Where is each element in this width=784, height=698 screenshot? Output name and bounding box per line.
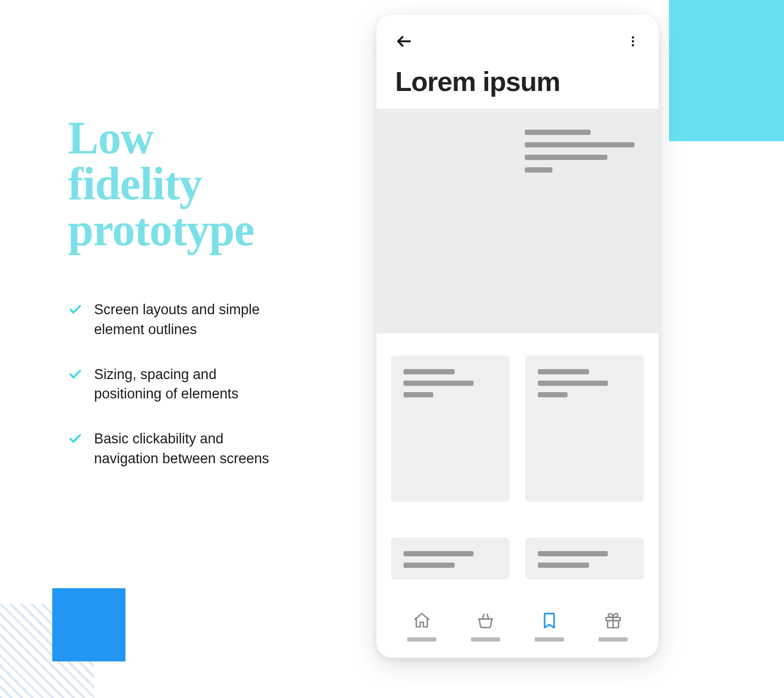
basket-icon [476,611,495,630]
nav-label-placeholder [407,637,436,642]
bullet-list: Screen layouts and simple element outlin… [68,300,319,469]
hero-placeholder [376,109,659,334]
decor-cyan-square [669,0,784,141]
home-icon [412,611,431,630]
nav-label-placeholder [471,637,500,642]
description-panel: Low fidelity prototype Screen layouts an… [68,115,319,494]
card-grid [376,334,659,599]
placeholder-line [525,155,607,160]
nav-item-basket[interactable] [465,611,506,642]
card-placeholder[interactable] [525,356,644,502]
placeholder-line [403,551,474,556]
placeholder-line [403,563,455,568]
headline-line: prototype [68,207,319,253]
check-icon [68,302,83,319]
headline: Low fidelity prototype [68,115,319,253]
bullet-item: Sizing, spacing and positioning of eleme… [68,365,319,405]
card-placeholder[interactable] [525,537,644,579]
placeholder-line [525,130,591,135]
bottom-nav [376,599,659,658]
more-icon[interactable] [626,35,640,50]
placeholder-line [403,392,433,397]
placeholder-line [538,551,608,556]
card-placeholder[interactable] [391,537,510,579]
card-placeholder[interactable] [391,356,510,502]
check-icon [68,367,83,384]
screen-content [376,109,659,599]
bookmark-icon [540,611,559,630]
page-title: Lorem ipsum [395,66,640,97]
screen-header: Lorem ipsum [376,15,659,109]
placeholder-text-block [525,130,635,180]
bullet-text: Basic clickability and navigation betwee… [94,429,282,469]
nav-item-bookmark[interactable] [528,611,570,642]
nav-label-placeholder [535,637,564,642]
placeholder-line [538,369,589,374]
back-icon[interactable] [395,32,413,52]
phone-mockup: Lorem ipsum [376,15,659,658]
placeholder-line [403,369,455,374]
placeholder-line [538,381,608,386]
bullet-text: Screen layouts and simple element outlin… [94,300,282,340]
nav-label-placeholder [598,637,628,642]
check-icon [68,431,83,448]
placeholder-line [403,381,474,386]
bullet-item: Basic clickability and navigation betwee… [68,429,319,469]
nav-item-home[interactable] [401,611,443,642]
placeholder-line [525,142,635,147]
bullet-item: Screen layouts and simple element outlin… [68,300,319,340]
placeholder-line [538,563,589,568]
nav-item-gift[interactable] [592,611,634,642]
headline-line: Low [68,115,319,161]
placeholder-line [538,392,568,397]
bullet-text: Sizing, spacing and positioning of eleme… [94,365,282,405]
placeholder-line [525,167,552,173]
headline-line: fidelity [68,161,319,207]
svg-point-3 [632,44,634,46]
svg-point-2 [632,40,634,42]
decor-blue-square [52,588,125,661]
gift-icon [604,611,622,630]
svg-point-1 [632,36,634,38]
